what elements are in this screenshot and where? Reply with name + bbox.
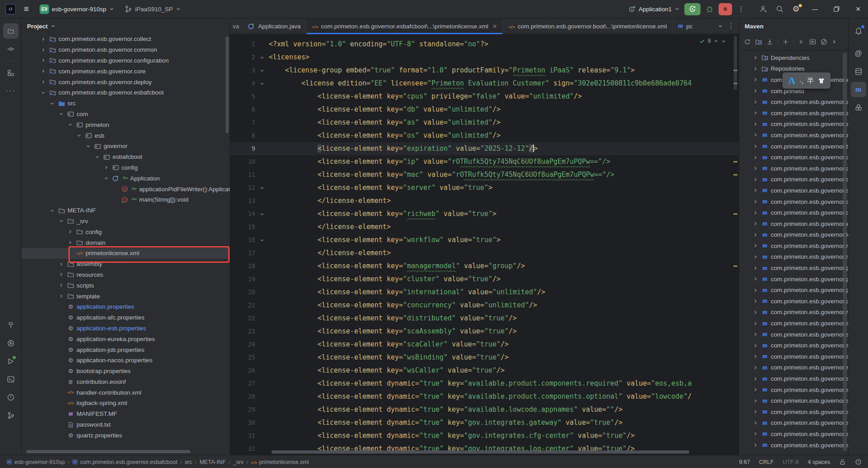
rerun-button[interactable] [684,3,701,15]
fold-chevron-icon[interactable] [259,185,265,191]
tree-expand-chevron-icon[interactable] [751,431,760,436]
settings-button[interactable]: ⚙ [789,3,803,15]
tree-item-esb[interactable]: esb [22,130,230,141]
tree-expand-chevron-icon[interactable] [57,283,66,288]
maven-module-item[interactable]: m com.primeton.esb.governor.pu [739,284,848,296]
line-number[interactable]: 5 [230,90,255,103]
inspection-stripe-mark[interactable] [733,161,737,162]
tree-expand-chevron-icon[interactable] [751,243,760,248]
tree-expand-chevron-icon[interactable] [751,420,760,426]
tree-expand-chevron-icon[interactable] [751,210,760,216]
tree-collapse-chevron-icon[interactable] [66,122,75,127]
tree-collapse-chevron-icon[interactable] [39,90,48,95]
tree-item-application-eureka-properties[interactable]: ⚙ application-eureka.properties [22,333,230,344]
tree-expand-chevron-icon[interactable] [751,132,760,138]
tree-item-application-properties[interactable]: ⚙ application.properties [22,302,230,312]
maven-module-item[interactable]: m com.primeton.esb.governor.qu [739,296,848,307]
tree-item-com[interactable]: com [22,109,230,120]
tree-collapse-chevron-icon[interactable] [102,176,111,181]
tree-expand-chevron-icon[interactable] [751,354,760,359]
tree-expand-chevron-icon[interactable] [39,36,48,42]
line-number[interactable]: 22 [230,312,255,325]
code-line[interactable]: 5 <license-element key="cpus" privilege=… [230,90,739,103]
maven-module-item[interactable]: m com.primeton.esb.governor.au [739,130,848,141]
code-line[interactable]: 18 <license-element key="managermodel" v… [230,260,739,273]
line-number[interactable]: 24 [230,338,255,351]
tab-options-icon[interactable]: ⋮ [728,22,734,30]
line-number[interactable]: 27 [230,377,255,390]
inspection-stripe-mark[interactable] [733,266,737,267]
tree-expand-chevron-icon[interactable] [751,276,760,282]
breadcrumb-item[interactable]: com.primeton.esb.governor.esbafcboot [72,459,177,465]
line-number[interactable]: 2 [230,51,255,64]
maven-node-dependencies[interactable]: Dependencies [739,52,848,63]
code-line[interactable]: 14 <license-element key="richweb" value=… [230,207,739,220]
maven-run-icon[interactable] [798,38,805,45]
maven-module-item[interactable]: m com.primeton.esb.governor.ro [739,307,848,318]
maven-module-item[interactable]: m com.primeton.esb.governor.m [739,252,848,263]
tree-expand-chevron-icon[interactable] [751,409,760,414]
tree-expand-chevron-icon[interactable] [751,232,760,238]
tool-window-button-maven[interactable]: m [851,82,866,97]
code-line[interactable]: 1 <?xml version="1.0" encoding="UTF-8" s… [230,38,739,51]
line-number[interactable]: 16 [230,234,255,247]
code-line[interactable]: 19 <license-element key="cluster" value=… [230,273,739,286]
maven-module-item[interactable]: m com.primeton.esb.governor.sa [739,340,848,351]
tree-item-esbafcboot[interactable]: esbafcboot [22,152,230,162]
tree-item-assembly[interactable]: assembly [22,259,230,270]
file-encoding[interactable]: UTF-8 [783,459,799,465]
code-line[interactable]: 7 <license-element key="as" value="unlim… [230,116,739,129]
tool-window-button-run[interactable] [3,354,18,369]
tree-expand-chevron-icon[interactable] [57,293,66,299]
breadcrumb-item[interactable]: esb-governor-910sp [6,459,65,465]
tree-collapse-chevron-icon[interactable] [93,154,102,160]
inspection-stripe-mark[interactable] [733,174,737,176]
run-configuration-selector[interactable]: Application1 [625,4,683,14]
maven-module-item[interactable]: m com.primeton.esb.governor.ce [739,152,848,163]
debug-button[interactable] [702,3,717,15]
tree-item-governor[interactable]: governor [22,141,230,152]
tree-expand-chevron-icon[interactable] [751,177,760,182]
vcs-branch-widget[interactable]: iPaaS910_SP [122,4,184,14]
breadcrumb-item[interactable]: </>primetonlicense.xml [251,459,309,465]
tree-collapse-chevron-icon[interactable] [84,144,93,149]
line-number[interactable]: 20 [230,286,255,299]
code-line[interactable]: 16 <license-element key="workflow" value… [230,234,739,247]
tree-item-application-esb-properties[interactable]: ⚙ application-esb.properties [22,323,230,334]
code-line[interactable]: 22 <license-element key="distributed" va… [230,312,739,325]
code-line[interactable]: 20 <license-element key="international" … [230,286,739,299]
project-horizontal-scrollbar[interactable] [26,450,190,453]
tree-expand-chevron-icon[interactable] [39,58,48,63]
line-number[interactable]: 4 [230,77,255,90]
line-number[interactable]: 28 [230,390,255,403]
tree-item-primeton[interactable]: primeton [22,119,230,130]
tree-item-scripts[interactable]: scripts [22,280,230,291]
tree-expand-chevron-icon[interactable] [751,55,760,60]
code-line[interactable]: 15 </license-element> [230,220,739,234]
tree-expand-chevron-icon[interactable] [751,343,760,348]
maven-module-item[interactable]: m com.primeton.esb.governor.de [739,207,848,218]
inspection-stripe-mark[interactable] [733,213,737,215]
maven-module-item[interactable]: m com.primeton.esb.governor.sa [739,373,848,384]
tree-expand-chevron-icon[interactable] [751,398,760,404]
line-number[interactable]: 32 [230,442,255,455]
close-tab-icon[interactable]: ✕ [493,23,497,30]
tree-item-com-primeton-esb-governor-configuration[interactable]: com.primeton.esb.governor.configuration [22,55,230,66]
tree-expand-chevron-icon[interactable] [39,79,48,85]
tree-collapse-chevron-icon[interactable] [57,111,66,117]
tree-item-com-primeton-esb-governor-collect[interactable]: com.primeton.esb.governor.collect [22,34,230,45]
maven-module-item[interactable]: m com.primeton.esb.governor.sa [739,362,848,374]
maven-module-item[interactable]: m com.primeton.esb.governor.ap [739,108,848,119]
tree-expand-chevron-icon[interactable] [751,66,760,72]
tree-expand-chevron-icon[interactable] [751,266,760,271]
tree-item-meta-inf[interactable]: META-INF [22,205,230,216]
ime-halfwidth-indicator[interactable]: 半 [807,76,814,85]
tree-item-application[interactable]: Application [22,173,230,184]
ime-skin-icon[interactable] [818,77,825,85]
tool-window-button-gradle[interactable] [851,100,866,115]
tool-window-button-ai-assistant[interactable]: @ [851,46,866,61]
line-number[interactable]: 13 [230,194,255,207]
line-number[interactable]: 31 [230,429,255,442]
editor-tab[interactable]: m pc [673,18,698,34]
tool-window-button-more-tools[interactable]: ··· [3,83,18,99]
